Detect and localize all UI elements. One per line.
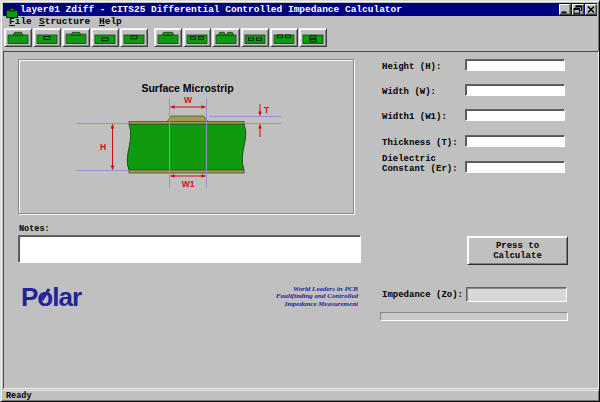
width-input[interactable] <box>465 84 565 96</box>
notes-input[interactable] <box>18 235 361 263</box>
tagline-line: Impedance Measurement <box>238 301 358 308</box>
toolbar-button-diff-surface-pair[interactable] <box>270 28 298 47</box>
status-bar: Ready <box>3 390 599 401</box>
dielectric-constant-label: Dielectric Constant (Er): <box>382 154 468 174</box>
width1-input[interactable] <box>465 109 565 121</box>
calculate-button[interactable]: Press to Calculate <box>467 236 568 265</box>
diagram-title: Surface Microstrip <box>141 82 233 94</box>
toolbar-button-diff-stripline[interactable] <box>241 28 269 47</box>
close-button[interactable] <box>585 4 597 15</box>
brand-tagline: World Leaders in PCB Faultfinding and Co… <box>238 286 358 308</box>
restore-button[interactable] <box>572 4 584 15</box>
diff-embedded-microstrip-icon <box>185 30 209 46</box>
status-text: Ready <box>6 391 32 401</box>
structure-diagram-panel: W T H W1 Surface Microstrip <box>18 59 354 214</box>
dielectric-constant-input[interactable] <box>465 161 565 173</box>
polar-logo: Polar <box>21 282 81 313</box>
menu-file[interactable]: File <box>9 16 32 27</box>
notes-label: Notes: <box>19 224 50 234</box>
diff-stripline-icon <box>243 30 267 46</box>
height-input[interactable] <box>465 59 565 71</box>
width1-label: Width1 (W1): <box>382 112 468 122</box>
dim-w-label: W <box>184 95 193 105</box>
title-bar: layer01 Zdiff - CITS25 Differential Cont… <box>3 3 597 16</box>
polar-logo-text: Polar <box>21 282 81 312</box>
surface-microstrip-diagram: W T H W1 Surface Microstrip <box>19 60 353 213</box>
broadside-stripline-icon <box>301 30 325 46</box>
coated-microstrip-icon <box>64 30 88 46</box>
toolbar-button-diff-embedded-microstrip[interactable] <box>183 28 211 47</box>
thickness-input[interactable] <box>465 135 565 147</box>
app-window: layer01 Zdiff - CITS25 Differential Cont… <box>0 0 600 402</box>
toolbar <box>4 28 328 49</box>
diff-surface-microstrip-icon <box>156 30 180 46</box>
dim-w1-label: W1 <box>182 179 195 189</box>
toolbar-button-coated-microstrip[interactable] <box>62 28 90 47</box>
impedance-output <box>466 287 567 302</box>
minimize-button[interactable] <box>559 4 571 15</box>
dim-h-label: H <box>100 142 106 152</box>
client-area: W T H W1 Surface Microstrip <box>3 51 599 389</box>
width-label: Width (W): <box>382 87 468 97</box>
window-title: layer01 Zdiff - CITS25 Differential Cont… <box>20 4 402 15</box>
toolbar-button-surface-microstrip[interactable] <box>4 28 32 47</box>
progress-bar <box>380 312 568 321</box>
toolbar-button-diff-surface-microstrip[interactable] <box>154 28 182 47</box>
toolbar-button-stripline[interactable] <box>91 28 119 47</box>
diff-coated-microstrip-icon <box>214 30 238 46</box>
diff-surface-pair-icon <box>272 30 296 46</box>
height-label: Height (H): <box>382 62 468 72</box>
calculate-button-label: Press to Calculate <box>485 241 551 261</box>
close-icon <box>586 5 596 14</box>
impedance-label: Impedance (Zo): <box>382 290 463 300</box>
toolbar-button-embedded-microstrip[interactable] <box>33 28 61 47</box>
offset-stripline-icon <box>122 30 146 46</box>
restore-icon <box>573 5 583 14</box>
surface-microstrip-icon <box>6 30 30 46</box>
dim-t-label: T <box>264 105 270 115</box>
stripline-icon <box>93 30 117 46</box>
embedded-microstrip-icon <box>35 30 59 46</box>
thickness-label: Thickness (T): <box>382 138 468 148</box>
toolbar-button-diff-coated-microstrip[interactable] <box>212 28 240 47</box>
toolbar-button-offset-stripline[interactable] <box>120 28 148 47</box>
toolbar-button-broadside-stripline[interactable] <box>299 28 327 47</box>
menu-help[interactable]: Help <box>99 16 122 27</box>
minimize-icon <box>560 5 570 14</box>
menu-structure[interactable]: Structure <box>39 16 90 27</box>
